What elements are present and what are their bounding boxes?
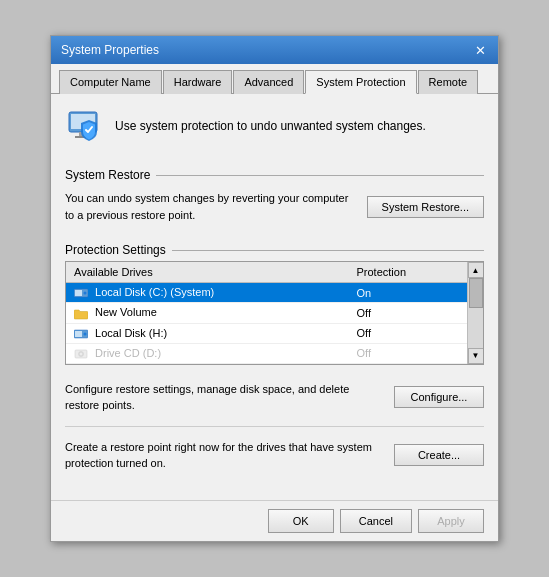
drive-name: Drive CD (D:)	[66, 343, 349, 363]
scroll-track[interactable]	[468, 278, 483, 347]
svg-point-12	[80, 353, 82, 355]
drive-name: Local Disk (H:)	[66, 323, 349, 343]
svg-point-6	[84, 292, 87, 295]
header-section: Use system protection to undo unwanted s…	[65, 106, 484, 154]
scroll-down-arrow[interactable]: ▼	[468, 348, 484, 364]
title-bar-buttons: ✕	[472, 42, 488, 58]
tab-hardware[interactable]: Hardware	[163, 70, 233, 94]
create-row: Create a restore point right now for the…	[65, 433, 484, 478]
restore-row: You can undo system changes by reverting…	[65, 186, 484, 231]
cancel-button[interactable]: Cancel	[340, 509, 412, 533]
create-description: Create a restore point right now for the…	[65, 439, 386, 472]
drive-name: New Volume	[66, 303, 349, 323]
hdd-icon	[74, 328, 88, 340]
bottom-bar: OK Cancel Apply	[51, 500, 498, 541]
system-restore-button[interactable]: System Restore...	[367, 196, 484, 218]
ok-button[interactable]: OK	[268, 509, 334, 533]
scroll-up-arrow[interactable]: ▲	[468, 262, 484, 278]
drives-table-wrapper: Available Drives Protection	[65, 261, 484, 364]
drive-protection: Off	[349, 303, 468, 323]
tabs-bar: Computer Name Hardware Advanced System P…	[51, 64, 498, 94]
drives-table: Available Drives Protection	[66, 262, 467, 363]
configure-row: Configure restore settings, manage disk …	[65, 375, 484, 420]
system-restore-label: System Restore	[65, 168, 484, 182]
title-bar: System Properties ✕	[51, 36, 498, 64]
table-row[interactable]: Drive CD (D:) Off	[66, 343, 467, 363]
table-container: Available Drives Protection	[66, 262, 483, 363]
table-row[interactable]: Local Disk (C:) (System) On	[66, 283, 467, 303]
scroll-thumb[interactable]	[469, 278, 483, 308]
tab-content: Use system protection to undo unwanted s…	[51, 94, 498, 499]
protection-settings-label: Protection Settings	[65, 243, 484, 257]
tab-system-protection[interactable]: System Protection	[305, 70, 416, 94]
create-button[interactable]: Create...	[394, 444, 484, 466]
restore-description: You can undo system changes by reverting…	[65, 190, 359, 223]
drive-protection: On	[349, 283, 468, 303]
col-header-protection: Protection	[349, 262, 468, 283]
configure-description: Configure restore settings, manage disk …	[65, 381, 386, 414]
close-button[interactable]: ✕	[472, 42, 488, 58]
protection-icon	[65, 106, 105, 146]
header-description: Use system protection to undo unwanted s…	[115, 118, 426, 135]
drive-name: Local Disk (C:) (System)	[66, 283, 349, 303]
svg-rect-8	[75, 331, 82, 337]
apply-button[interactable]: Apply	[418, 509, 484, 533]
svg-rect-5	[75, 290, 82, 296]
tab-remote[interactable]: Remote	[418, 70, 479, 94]
cd-icon	[74, 348, 88, 360]
table-scroll-area: Available Drives Protection	[66, 262, 467, 363]
tab-computer-name[interactable]: Computer Name	[59, 70, 162, 94]
col-header-drives: Available Drives	[66, 262, 349, 283]
tab-advanced[interactable]: Advanced	[233, 70, 304, 94]
drive-protection: Off	[349, 323, 468, 343]
system-properties-window: System Properties ✕ Computer Name Hardwa…	[50, 35, 499, 541]
hdd-icon	[74, 287, 88, 299]
configure-button[interactable]: Configure...	[394, 386, 484, 408]
scrollbar: ▲ ▼	[467, 262, 483, 363]
folder-icon	[74, 308, 88, 320]
table-row[interactable]: Local Disk (H:) Off	[66, 323, 467, 343]
svg-point-9	[84, 332, 87, 335]
protection-settings-section: Protection Settings Available Drives Pro…	[65, 243, 484, 477]
window-title: System Properties	[61, 43, 159, 57]
divider	[65, 426, 484, 427]
system-restore-section: System Restore You can undo system chang…	[65, 168, 484, 231]
table-row[interactable]: New Volume Off	[66, 303, 467, 323]
drive-protection: Off	[349, 343, 468, 363]
